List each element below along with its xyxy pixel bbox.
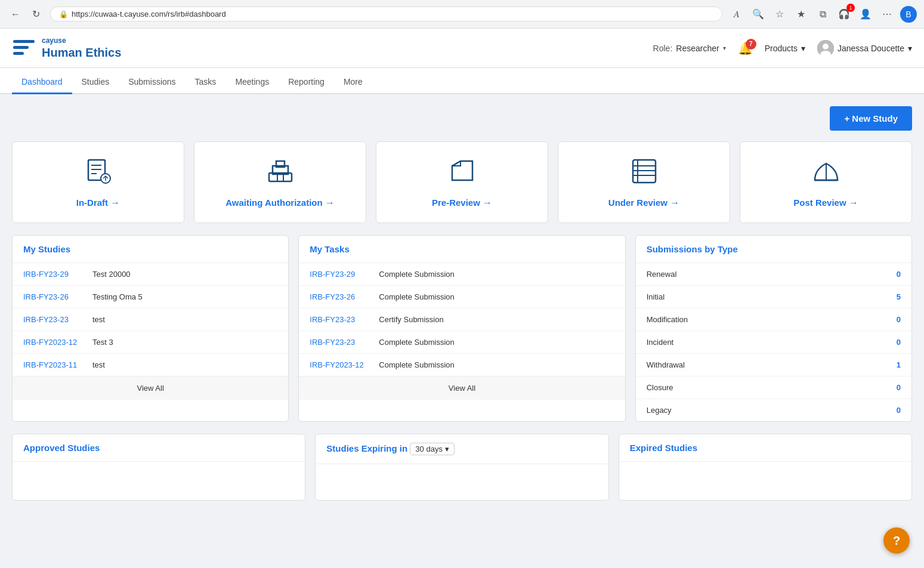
studies-expiring-filter-icon: ▾ [445,444,449,453]
studies-expiring-filter[interactable]: 30 days ▾ [410,443,454,455]
role-label: Role: [653,44,673,53]
sub-type-modification: Modification 0 [636,308,911,331]
role-dropdown-icon[interactable]: ▾ [723,45,726,51]
profile-button[interactable]: 👤 [857,6,874,23]
awaiting-auth-label: Awaiting Authorization → [225,197,335,208]
bookmarks-button[interactable]: ★ [793,6,809,23]
user-dropdown-icon: ▾ [908,44,912,53]
products-button[interactable]: Products ▾ [765,44,805,53]
sub-type-legacy: Legacy 0 [636,399,911,421]
studies-expiring-filter-value: 30 days [415,444,443,453]
approved-studies-header: Approved Studies [13,434,305,462]
products-dropdown-icon: ▾ [801,44,805,53]
my-tasks-body: IRB-FY23-29 Complete Submission IRB-FY23… [299,263,625,376]
user-avatar [817,40,834,57]
sub-type-closure: Closure 0 [636,376,911,399]
user-name: Janessa Doucette [838,44,904,53]
pre-review-icon [447,156,477,192]
study-link-5[interactable]: IRB-FY2023-11 [23,360,83,369]
sub-type-initial: Initial 5 [636,286,911,308]
lock-icon: 🔒 [59,10,68,18]
address-bar[interactable]: 🔒 https://cuwaa-t.cayuse.com/rs/irb#dash… [50,7,722,21]
submissions-by-type-body: Renewal 0 Initial 5 Modification 0 Incid… [636,263,911,421]
bookmark-button[interactable]: ☆ [771,6,788,23]
status-cards: In-Draft → Awaiting Authorization → [12,141,912,223]
products-label: Products [765,44,798,53]
tab-groups-button[interactable]: ⧉ [814,6,831,23]
task-link-2[interactable]: IRB-FY23-26 [310,292,369,301]
sub-label-initial: Initial [647,292,665,301]
status-card-awaiting-auth[interactable]: Awaiting Authorization → [194,141,366,223]
studies-expiring-label: Studies Expiring in [326,443,407,453]
studies-expiring-header: Studies Expiring in 30 days ▾ [316,434,608,464]
my-tasks-header: My Tasks [299,236,625,263]
task-name-4: Complete Submission [379,338,454,347]
status-card-pre-review[interactable]: Pre-Review → [376,141,548,223]
task-link-1[interactable]: IRB-FY23-29 [310,270,369,279]
user-menu-button[interactable]: Janessa Doucette ▾ [817,40,912,57]
my-tasks-panel: My Tasks IRB-FY23-29 Complete Submission… [298,235,625,422]
studies-expiring-panel: Studies Expiring in 30 days ▾ [315,434,608,501]
pre-review-label: Pre-Review → [432,197,492,208]
nav-item-dashboard[interactable]: Dashboard [12,71,72,94]
nav-item-submissions[interactable]: Submissions [119,71,185,94]
svg-rect-0 [13,40,35,43]
task-name-1: Complete Submission [379,270,454,279]
my-studies-panel: My Studies IRB-FY23-29 Test 20000 IRB-FY… [12,235,289,422]
logo-text: cayuse Human Ethics [42,36,121,59]
sub-count-withdrawal: 1 [897,360,901,369]
task-link-5[interactable]: IRB-FY2023-12 [310,360,369,369]
sub-count-renewal: 0 [897,270,901,279]
reader-mode-button[interactable]: 𝐴 [728,6,745,23]
task-link-3[interactable]: IRB-FY23-23 [310,315,369,324]
status-card-in-draft[interactable]: In-Draft → [12,141,184,223]
sub-count-modification: 0 [897,315,901,324]
back-button[interactable]: ← [7,6,24,23]
main-content: + New Study In-Draft → [0,94,924,568]
panels-row: My Studies IRB-FY23-29 Test 20000 IRB-FY… [12,235,912,422]
role-selector: Role: Researcher ▾ [653,44,726,53]
study-link-2[interactable]: IRB-FY23-26 [23,292,83,301]
task-row-1: IRB-FY23-29 Complete Submission [299,263,625,286]
study-row-4: IRB-FY2023-12 Test 3 [13,331,288,354]
role-value[interactable]: Researcher [676,44,719,53]
sub-count-initial: 5 [897,292,901,301]
nav-item-meetings[interactable]: Meetings [225,71,279,94]
task-row-5: IRB-FY2023-12 Complete Submission [299,354,625,376]
study-link-3[interactable]: IRB-FY23-23 [23,315,83,324]
awaiting-auth-icon [265,156,295,192]
expired-studies-panel: Expired Studies [619,434,912,501]
new-study-button[interactable]: + New Study [830,106,912,131]
notification-button[interactable]: 🔔 7 [738,41,753,55]
menu-button[interactable]: ⋯ [879,6,895,23]
nav-item-reporting[interactable]: Reporting [279,71,334,94]
sub-label-closure: Closure [647,383,673,392]
search-button[interactable]: 🔍 [750,6,767,23]
refresh-button[interactable]: ↻ [27,6,44,23]
logo-brand: cayuse [42,36,121,45]
bing-button[interactable]: B [900,6,917,23]
help-button[interactable]: ? [883,527,910,554]
my-tasks-view-all[interactable]: View All [299,376,625,400]
task-row-3: IRB-FY23-23 Certify Submission [299,308,625,331]
svg-rect-1 [13,46,29,49]
study-name-5: test [92,360,105,369]
study-name-1: Test 20000 [92,270,131,279]
study-link-1[interactable]: IRB-FY23-29 [23,270,83,279]
nav-item-studies[interactable]: Studies [72,71,119,94]
task-link-4[interactable]: IRB-FY23-23 [310,338,369,347]
nav-item-more[interactable]: More [334,71,372,94]
task-row-4: IRB-FY23-23 Complete Submission [299,331,625,354]
notification-count: 7 [746,39,756,50]
my-studies-header: My Studies [13,236,288,263]
url-text: https://cuwaa-t.cayuse.com/rs/irb#dashbo… [72,10,226,18]
app-nav: Dashboard Studies Submissions Tasks Meet… [0,68,924,94]
study-name-2: Testing Oma 5 [92,292,143,301]
status-card-post-review[interactable]: Post Review → [740,141,912,223]
study-link-4[interactable]: IRB-FY2023-12 [23,338,83,347]
my-studies-view-all[interactable]: View All [13,376,288,400]
status-card-under-review[interactable]: Under Review → [558,141,730,223]
nav-item-tasks[interactable]: Tasks [186,71,226,94]
sub-count-closure: 0 [897,383,901,392]
extension-notification: 🎧 1 [836,6,852,23]
